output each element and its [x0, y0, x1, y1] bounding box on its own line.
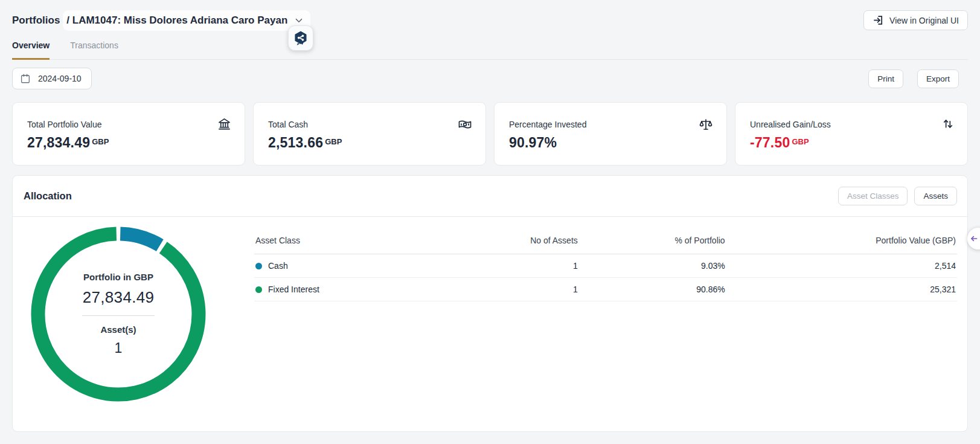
card-percentage-invested: Percentage Invested 90.97% [494, 102, 727, 166]
card-value: 2,513.66 [268, 135, 323, 151]
stat-cards-row: Total Portfolio Value 27,834.49 GBP Tota… [12, 102, 968, 166]
fixed-interest-no-of-assets: 1 [440, 278, 579, 301]
donut-assets-count: 1 [115, 340, 123, 356]
card-value: 90.97% [509, 135, 557, 151]
col-pct-of-portfolio: % of Portfolio [579, 227, 726, 254]
page-header: Portfolios / LAM1047: Miss Dolores Adria… [12, 0, 968, 31]
cash-pct: 9.03% [579, 254, 726, 278]
toolbar: 2024-09-10 Print Export [12, 68, 968, 89]
view-in-original-ui-label: View in Original UI [889, 16, 959, 25]
allocation-panel: Allocation Asset Classes Assets Portfoli… [12, 175, 968, 432]
scales-icon [699, 117, 713, 132]
donut-assets-label: Asset(s) [100, 324, 136, 335]
assistant-overlay-button[interactable] [288, 25, 313, 51]
print-button[interactable]: Print [868, 69, 903, 88]
col-asset-class: Asset Class [254, 227, 440, 254]
fixed-interest-value: 25,321 [726, 278, 957, 301]
donut-center-title: Portfolio in GBP [83, 272, 153, 282]
card-label: Unrealised Gain/Loss [750, 120, 953, 129]
arrow-left-icon [969, 234, 979, 243]
chevron-down-icon [293, 15, 304, 26]
donut-center-divider [82, 315, 155, 316]
card-unit: GBP [92, 137, 109, 146]
cash-legend-dot [255, 263, 262, 269]
asset-class-name: Cash [268, 261, 288, 271]
fixed-interest-legend-dot [255, 286, 262, 293]
card-label: Percentage Invested [509, 120, 712, 129]
allocation-title: Allocation [24, 190, 72, 202]
table-row-cash[interactable]: Cash 1 9.03% 2,514 [254, 254, 957, 278]
toggle-asset-classes-button[interactable]: Asset Classes [838, 187, 908, 205]
donut-center-value: 27,834.49 [83, 288, 154, 307]
arrows-up-down-icon [942, 117, 954, 130]
breadcrumb-portfolio: / LAM1047: Miss Dolores Adriana Caro Pay… [66, 14, 287, 27]
exit-to-app-icon [873, 14, 884, 26]
breadcrumb-root: Portfolios [12, 14, 60, 27]
allocation-view-toggle: Asset Classes Assets [838, 187, 957, 205]
allocation-donut-chart: Portfolio in GBP 27,834.49 Asset(s) 1 [31, 227, 206, 402]
allocation-table: Asset Class No of Assets % of Portfolio … [254, 227, 957, 402]
cash-value: 2,514 [726, 254, 957, 278]
view-in-original-ui-button[interactable]: View in Original UI [863, 10, 968, 30]
card-total-portfolio-value: Total Portfolio Value 27,834.49 GBP [12, 102, 245, 166]
col-portfolio-value: Portfolio Value (GBP) [726, 227, 957, 254]
bank-icon [217, 117, 231, 131]
card-label: Total Cash [268, 120, 471, 129]
card-unit: GBP [792, 137, 809, 146]
tab-overview[interactable]: Overview [12, 36, 50, 60]
tab-bar: Overview Transactions [12, 36, 968, 60]
date-picker[interactable]: 2024-09-10 [12, 68, 92, 89]
chat-share-bubble-icon [293, 30, 309, 46]
cash-no-of-assets: 1 [440, 254, 579, 278]
card-label: Total Portfolio Value [27, 120, 230, 129]
calendar-icon [20, 73, 31, 84]
fixed-interest-pct: 90.86% [579, 278, 726, 301]
card-unrealised-gain-loss: Unrealised Gain/Loss -77.50 GBP [735, 102, 968, 166]
card-value: -77.50 [750, 135, 790, 151]
tab-transactions[interactable]: Transactions [70, 36, 118, 60]
donut-center-labels: Portfolio in GBP 27,834.49 Asset(s) 1 [31, 227, 206, 402]
date-value: 2024-09-10 [38, 74, 82, 83]
table-header-row: Asset Class No of Assets % of Portfolio … [254, 227, 957, 254]
col-no-of-assets: No of Assets [440, 227, 579, 254]
banknote-icon [458, 117, 472, 132]
breadcrumb: Portfolios / LAM1047: Miss Dolores Adria… [12, 10, 310, 31]
asset-class-name: Fixed Interest [268, 285, 319, 294]
toggle-assets-button[interactable]: Assets [914, 187, 957, 205]
portfolio-selector[interactable]: / LAM1047: Miss Dolores Adriana Caro Pay… [63, 10, 310, 31]
export-button[interactable]: Export [917, 69, 959, 88]
card-value: 27,834.49 [27, 135, 90, 151]
card-total-cash: Total Cash 2,513.66 GBP [253, 102, 486, 166]
table-row-fixed-interest[interactable]: Fixed Interest 1 90.86% 25,321 [254, 278, 957, 301]
card-unit: GBP [325, 137, 342, 146]
